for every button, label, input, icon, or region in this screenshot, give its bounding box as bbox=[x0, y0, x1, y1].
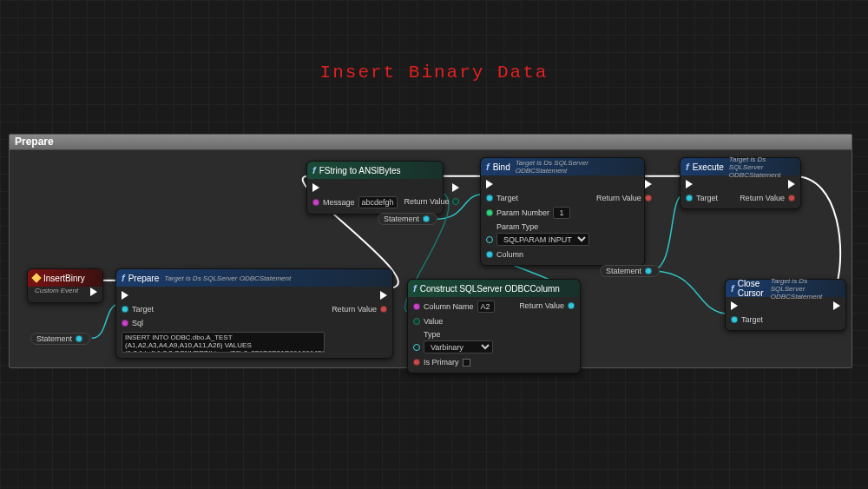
node-title: Construct SQLServer ODBCColumn bbox=[420, 284, 560, 294]
function-icon: f bbox=[122, 273, 125, 283]
node-construct[interactable]: f Construct SQLServer ODBCColumn Column … bbox=[407, 279, 581, 373]
paramnum-pin[interactable] bbox=[486, 209, 493, 216]
node-subtitle: Custom Event bbox=[35, 287, 78, 294]
message-input[interactable]: abcdefgh bbox=[358, 196, 398, 208]
function-icon: f bbox=[486, 162, 490, 172]
paramtype-select[interactable]: SQLPARAM INPUT bbox=[496, 233, 589, 246]
node-title: Prepare bbox=[128, 274, 160, 283]
node-title: Bind bbox=[493, 162, 510, 172]
prepare-panel: Prepare bbox=[9, 134, 852, 368]
exec-out-pin[interactable] bbox=[380, 291, 387, 300]
function-icon: f bbox=[312, 165, 316, 175]
return-pin[interactable] bbox=[568, 302, 575, 309]
paramnum-input[interactable]: 1 bbox=[553, 207, 570, 219]
exec-out-pin[interactable] bbox=[645, 180, 652, 188]
data-out-pin[interactable] bbox=[76, 335, 82, 342]
paramtype-pin[interactable] bbox=[486, 236, 493, 243]
sql-pin[interactable] bbox=[122, 320, 128, 327]
return-pin[interactable] bbox=[380, 306, 387, 313]
exec-out-pin[interactable] bbox=[788, 180, 795, 188]
target-pin[interactable] bbox=[731, 316, 738, 323]
node-title: Close Cursor bbox=[738, 279, 766, 298]
message-pin[interactable] bbox=[312, 199, 319, 206]
panel-title: Prepare bbox=[10, 135, 852, 150]
page-title: Insert Binary Data bbox=[0, 63, 868, 83]
target-pin[interactable] bbox=[122, 306, 128, 313]
exec-in-pin[interactable] bbox=[486, 180, 493, 188]
return-pin[interactable] bbox=[788, 195, 795, 202]
node-title: InsertBinry bbox=[43, 274, 85, 283]
value-pin[interactable] bbox=[413, 318, 420, 325]
node-prepare[interactable]: f Prepare Target is Ds SQLServer ODBCSta… bbox=[115, 268, 393, 359]
return-pin[interactable] bbox=[452, 198, 459, 205]
exec-in-pin[interactable] bbox=[312, 183, 319, 192]
exec-in-pin[interactable] bbox=[122, 291, 128, 300]
sql-input[interactable]: INSERT INTO ODBC.dbo.A_TEST (A1,A2,A3,A4… bbox=[122, 332, 325, 353]
primary-checkbox[interactable] bbox=[463, 359, 470, 367]
exec-in-pin[interactable] bbox=[731, 301, 738, 310]
exec-in-pin[interactable] bbox=[686, 180, 693, 188]
colname-pin[interactable] bbox=[413, 303, 420, 310]
target-pin[interactable] bbox=[486, 195, 493, 202]
colname-input[interactable]: A2 bbox=[477, 301, 495, 313]
node-subtitle: Target is Ds SQLServer ODBCStatement bbox=[164, 274, 291, 282]
event-icon bbox=[31, 273, 41, 282]
function-icon: f bbox=[731, 283, 734, 294]
exec-out-pin[interactable] bbox=[90, 287, 97, 296]
node-subtitle: Target is Ds SQLServer ODBCStatement bbox=[516, 159, 639, 175]
type-pin[interactable] bbox=[413, 344, 420, 351]
data-out-pin[interactable] bbox=[645, 268, 652, 274]
target-pin[interactable] bbox=[686, 195, 693, 202]
chip-statement-mid[interactable]: Statement bbox=[378, 213, 437, 225]
node-title: FString to ANSIBytes bbox=[319, 166, 401, 175]
node-title: Execute bbox=[693, 162, 724, 172]
node-subtitle: Target is Ds SQLServer ODBCStatement bbox=[729, 155, 795, 179]
node-subtitle: Target is Ds SQLServer ODBCStatement bbox=[771, 277, 840, 301]
chip-statement-left[interactable]: Statement bbox=[30, 333, 90, 345]
node-execute[interactable]: f Execute Target is Ds SQLServer ODBCSta… bbox=[680, 157, 801, 209]
node-fstring[interactable]: f FString to ANSIBytes Message abcdefgh … bbox=[306, 161, 444, 215]
exec-out-pin[interactable] bbox=[452, 183, 459, 192]
primary-pin[interactable] bbox=[413, 359, 420, 366]
function-icon: f bbox=[413, 283, 417, 294]
node-bind[interactable]: f Bind Target is Ds SQLServer ODBCStatem… bbox=[480, 157, 645, 266]
column-pin[interactable] bbox=[486, 251, 493, 258]
function-icon: f bbox=[686, 162, 689, 172]
node-insert-binry[interactable]: InsertBinry Custom Event bbox=[27, 268, 103, 303]
data-out-pin[interactable] bbox=[423, 215, 430, 222]
type-select[interactable]: Varbinary bbox=[424, 340, 493, 354]
blueprint-canvas[interactable]: InsertBinry Custom Event Statement f Pre… bbox=[10, 150, 852, 367]
return-pin[interactable] bbox=[645, 195, 652, 202]
exec-out-pin[interactable] bbox=[833, 301, 840, 310]
chip-statement-right[interactable]: Statement bbox=[600, 265, 660, 277]
node-close-cursor[interactable]: f Close Cursor Target is Ds SQLServer OD… bbox=[725, 279, 846, 331]
